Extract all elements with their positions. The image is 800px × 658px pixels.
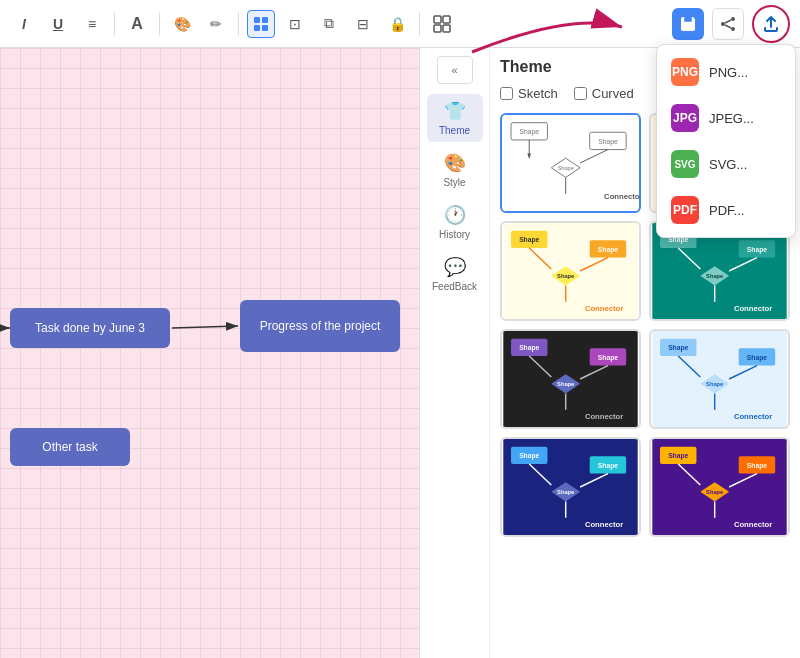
font-button[interactable]: A	[123, 10, 151, 38]
sketch-checkbox-label[interactable]: Sketch	[500, 86, 558, 101]
sketch-label: Sketch	[518, 86, 558, 101]
curved-checkbox[interactable]	[574, 87, 587, 100]
theme-card-navy[interactable]: Shape Shape Shape Connector	[500, 437, 641, 537]
pdf-icon: PDF	[671, 196, 699, 224]
svg-rect-3	[262, 25, 268, 31]
feedback-icon: 💬	[444, 256, 466, 278]
theme-card-default[interactable]: Shape Shape Shape Connector	[500, 113, 641, 213]
svg-point-9	[731, 17, 735, 21]
svg-text:Shape: Shape	[557, 273, 574, 279]
svg-text:Shape: Shape	[557, 381, 574, 387]
svg-text:Shape: Shape	[747, 462, 767, 470]
svg-rect-4	[434, 16, 441, 23]
svg-text:Connector: Connector	[585, 304, 623, 313]
share-button[interactable]	[712, 8, 744, 40]
lock-button[interactable]: 🔒	[383, 10, 411, 38]
export-jpeg-label: JPEG...	[709, 111, 754, 126]
pen-button[interactable]: ✏	[202, 10, 230, 38]
paint-button[interactable]: 🎨	[168, 10, 196, 38]
sidebar-theme-label: Theme	[439, 125, 470, 136]
svg-line-13	[725, 25, 731, 28]
layout-button[interactable]	[247, 10, 275, 38]
collapse-button[interactable]: «	[437, 56, 473, 84]
svg-text:Shape: Shape	[520, 128, 540, 136]
svg-icon: SVG	[671, 150, 699, 178]
curved-checkbox-label[interactable]: Curved	[574, 86, 634, 101]
underline-button[interactable]: U	[44, 10, 72, 38]
svg-text:Connector: Connector	[734, 412, 772, 421]
crop-button[interactable]: ⊡	[281, 10, 309, 38]
svg-rect-7	[443, 25, 450, 32]
svg-text:Connector: Connector	[734, 304, 772, 313]
svg-rect-8	[685, 25, 691, 30]
theme-card-yellow[interactable]: Shape Shape Shape Connector	[500, 221, 641, 321]
sidebar-nav-history[interactable]: 🕐 History	[427, 198, 483, 246]
toolbar-separator-1	[114, 12, 115, 36]
italic-button[interactable]: I	[10, 10, 38, 38]
svg-text:Shape: Shape	[598, 354, 618, 362]
svg-rect-1	[262, 17, 268, 23]
export-dropdown: PNG PNG... JPG JPEG... SVG SVG... PDF PD…	[656, 44, 796, 238]
svg-text:Shape: Shape	[557, 165, 574, 171]
toolbar: I U ≡ A 🎨 ✏ ⊡ ⧉ ⊟ 🔒	[0, 0, 800, 48]
svg-text:Shape: Shape	[598, 138, 618, 146]
export-svg-label: SVG...	[709, 157, 747, 172]
sidebar-history-label: History	[439, 229, 470, 240]
svg-text:Connector: Connector	[604, 192, 639, 201]
svg-text:Shape: Shape	[519, 344, 539, 352]
theme-card-light-blue[interactable]: Shape Shape Shape Connector	[649, 329, 790, 429]
sidebar-nav-style[interactable]: 🎨 Style	[427, 146, 483, 194]
shape-progress-label: Progress of the project	[260, 319, 381, 333]
svg-rect-6	[434, 25, 441, 32]
theme-card-dark[interactable]: Shape Shape Shape Connector	[500, 329, 641, 429]
toolbar-right	[672, 5, 790, 43]
sidebar-nav-feedback[interactable]: 💬 FeedBack	[427, 250, 483, 298]
export-pdf-item[interactable]: PDF PDF...	[657, 187, 795, 233]
sidebar-style-label: Style	[443, 177, 465, 188]
svg-text:Shape: Shape	[747, 354, 767, 362]
duplicate-button[interactable]: ⧉	[315, 10, 343, 38]
shape-task-label: Task done by June 3	[35, 321, 145, 335]
svg-text:Shape: Shape	[598, 246, 618, 254]
sidebar-nav-theme[interactable]: 👕 Theme	[427, 94, 483, 142]
shape-task[interactable]: Task done by June 3	[10, 308, 170, 348]
svg-line-17	[172, 326, 238, 328]
curved-label: Curved	[592, 86, 634, 101]
svg-text:Connector: Connector	[734, 520, 772, 529]
svg-point-10	[721, 22, 725, 26]
export-png-item[interactable]: PNG PNG...	[657, 49, 795, 95]
grid-button[interactable]	[428, 10, 456, 38]
png-icon: PNG	[671, 58, 699, 86]
export-png-label: PNG...	[709, 65, 748, 80]
export-svg-item[interactable]: SVG SVG...	[657, 141, 795, 187]
svg-text:Connector: Connector	[585, 412, 623, 421]
svg-text:Shape: Shape	[706, 273, 723, 279]
svg-text:Shape: Shape	[706, 381, 723, 387]
jpeg-icon: JPG	[671, 104, 699, 132]
theme-card-purple-dark[interactable]: Shape Shape Shape Connector	[649, 437, 790, 537]
sidebar-feedback-label: FeedBack	[432, 281, 477, 292]
export-jpeg-item[interactable]: JPG JPEG...	[657, 95, 795, 141]
svg-text:Shape: Shape	[668, 452, 688, 460]
theme-icon: 👕	[444, 100, 466, 122]
svg-text:Shape: Shape	[706, 489, 723, 495]
svg-text:Shape: Shape	[519, 236, 539, 244]
canvas[interactable]: Task done by June 3 Progress of the proj…	[0, 48, 419, 658]
shape-other-label: Other task	[42, 440, 97, 454]
sketch-checkbox[interactable]	[500, 87, 513, 100]
save-button[interactable]	[672, 8, 704, 40]
shape-progress[interactable]: Progress of the project	[240, 300, 400, 352]
toolbar-separator-4	[419, 12, 420, 36]
canvas-arrows	[0, 48, 419, 658]
export-button[interactable]	[752, 5, 790, 43]
toolbar-separator-3	[238, 12, 239, 36]
svg-text:Shape: Shape	[598, 462, 618, 470]
shape-other[interactable]: Other task	[10, 428, 130, 466]
align-button[interactable]: ⊟	[349, 10, 377, 38]
history-icon: 🕐	[444, 204, 466, 226]
svg-rect-0	[254, 17, 260, 23]
list-button[interactable]: ≡	[78, 10, 106, 38]
export-pdf-label: PDF...	[709, 203, 744, 218]
style-icon: 🎨	[444, 152, 466, 174]
svg-rect-5	[443, 16, 450, 23]
